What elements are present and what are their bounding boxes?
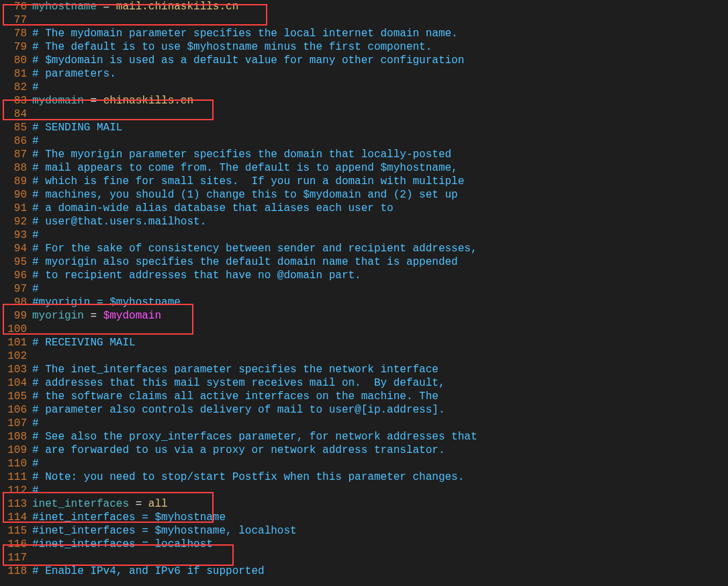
- line-number: 77: [0, 13, 32, 27]
- code-content[interactable]: # For the sake of consistency between se…: [32, 242, 728, 255]
- code-line[interactable]: 101# RECEIVING MAIL: [0, 336, 728, 349]
- line-number: 100: [0, 323, 32, 336]
- code-line[interactable]: 81# parameters.: [0, 67, 728, 81]
- line-number: 85: [0, 121, 32, 134]
- code-content[interactable]: #inet_interfaces = $myhostname, localhos…: [32, 524, 728, 538]
- code-line[interactable]: 86#: [0, 134, 728, 148]
- code-content[interactable]: #inet_interfaces = $myhostname: [32, 511, 728, 524]
- code-line[interactable]: 78# The mydomain parameter specifies the…: [0, 27, 728, 40]
- code-content[interactable]: # the software claims all active interfa…: [32, 390, 728, 403]
- code-line[interactable]: 104# addresses that this mail system rec…: [0, 376, 728, 390]
- code-line[interactable]: 107#: [0, 417, 728, 430]
- code-content[interactable]: # parameter also controls delivery of ma…: [32, 403, 728, 417]
- code-line[interactable]: 94# For the sake of consistency between …: [0, 242, 728, 255]
- code-line[interactable]: 116#inet_interfaces = localhost: [0, 538, 728, 551]
- line-number: 103: [0, 363, 32, 376]
- code-line[interactable]: 111# Note: you need to stop/start Postfi…: [0, 470, 728, 484]
- code-line[interactable]: 99myorigin = $mydomain: [0, 309, 728, 323]
- code-content[interactable]: #myorigin = $myhostname: [32, 296, 728, 309]
- code-content[interactable]: # The default is to use $myhostname minu…: [32, 40, 728, 54]
- code-line[interactable]: 88# mail appears to come from. The defau…: [0, 161, 728, 175]
- comment-text: # For the sake of consistency between se…: [32, 243, 477, 255]
- code-content[interactable]: #: [32, 228, 728, 242]
- config-key: mydomain: [32, 95, 84, 107]
- code-line[interactable]: 105# the software claims all active inte…: [0, 390, 728, 403]
- code-content[interactable]: # addresses that this mail system receiv…: [32, 376, 728, 390]
- code-line[interactable]: 110#: [0, 457, 728, 470]
- code-content[interactable]: #inet_interfaces = localhost: [32, 538, 728, 551]
- code-content[interactable]: [32, 349, 728, 363]
- code-line[interactable]: 92# user@that.users.mailhost.: [0, 215, 728, 228]
- code-content[interactable]: # RECEIVING MAIL: [32, 336, 728, 349]
- code-line[interactable]: 80# $mydomain is used as a default value…: [0, 54, 728, 67]
- code-line[interactable]: 77: [0, 13, 728, 27]
- code-content[interactable]: # SENDING MAIL: [32, 121, 728, 134]
- code-line[interactable]: 85# SENDING MAIL: [0, 121, 728, 134]
- code-line[interactable]: 89# which is fine for small sites. If yo…: [0, 175, 728, 188]
- comment-text: # Note: you need to stop/start Postfix w…: [32, 471, 464, 483]
- code-content[interactable]: # mail appears to come from. The default…: [32, 161, 728, 175]
- code-content[interactable]: myhostname = mail.chinaskills.cn: [32, 0, 728, 13]
- code-line[interactable]: 98#myorigin = $myhostname: [0, 296, 728, 309]
- line-number: 111: [0, 470, 32, 484]
- code-line[interactable]: 113inet_interfaces = all: [0, 497, 728, 511]
- code-content[interactable]: # The myorigin parameter specifies the d…: [32, 148, 728, 161]
- code-content[interactable]: inet_interfaces = all: [32, 497, 728, 511]
- code-content[interactable]: [32, 323, 728, 336]
- code-line[interactable]: 115#inet_interfaces = $myhostname, local…: [0, 524, 728, 538]
- code-line[interactable]: 96# to recipient addresses that have no …: [0, 269, 728, 282]
- line-number: 88: [0, 161, 32, 175]
- code-content[interactable]: [32, 108, 728, 121]
- code-content[interactable]: # which is fine for small sites. If you …: [32, 175, 728, 188]
- code-content[interactable]: # machines, you should (1) change this t…: [32, 188, 728, 202]
- code-line[interactable]: 103# The inet_interfaces parameter speci…: [0, 363, 728, 376]
- code-line[interactable]: 117: [0, 551, 728, 564]
- code-line[interactable]: 114#inet_interfaces = $myhostname: [0, 511, 728, 524]
- code-line[interactable]: 97#: [0, 282, 728, 296]
- code-content[interactable]: #: [32, 81, 728, 94]
- code-content[interactable]: #: [32, 417, 728, 430]
- code-content[interactable]: # $mydomain is used as a default value f…: [32, 54, 728, 67]
- code-content[interactable]: myorigin = $mydomain: [32, 309, 728, 323]
- code-content[interactable]: # See also the proxy_interfaces paramete…: [32, 430, 728, 444]
- code-line[interactable]: 90# machines, you should (1) change this…: [0, 188, 728, 202]
- code-content[interactable]: # a domain-wide alias database that alia…: [32, 202, 728, 215]
- code-line[interactable]: 102: [0, 349, 728, 363]
- code-line[interactable]: 76myhostname = mail.chinaskills.cn: [0, 0, 728, 13]
- code-line[interactable]: 118# Enable IPv4, and IPv6 if supported: [0, 564, 728, 578]
- code-line[interactable]: 112#: [0, 484, 728, 497]
- code-content[interactable]: # myorigin also specifies the default do…: [32, 255, 728, 269]
- code-content[interactable]: # The inet_interfaces parameter specifie…: [32, 363, 728, 376]
- code-line[interactable]: 84: [0, 108, 728, 121]
- code-line[interactable]: 79# The default is to use $myhostname mi…: [0, 40, 728, 54]
- code-line[interactable]: 82#: [0, 81, 728, 94]
- code-content[interactable]: #: [32, 457, 728, 470]
- line-number: 89: [0, 175, 32, 188]
- code-content[interactable]: # The mydomain parameter specifies the l…: [32, 27, 728, 40]
- code-line[interactable]: 106# parameter also controls delivery of…: [0, 403, 728, 417]
- line-number: 118: [0, 564, 32, 578]
- code-content[interactable]: #: [32, 484, 728, 497]
- code-content[interactable]: # user@that.users.mailhost.: [32, 215, 728, 228]
- code-content[interactable]: [32, 551, 728, 564]
- code-line[interactable]: 108# See also the proxy_interfaces param…: [0, 430, 728, 444]
- code-editor[interactable]: 76myhostname = mail.chinaskills.cn7778# …: [0, 0, 728, 586]
- code-content[interactable]: #: [32, 282, 728, 296]
- code-line[interactable]: 91# a domain-wide alias database that al…: [0, 202, 728, 215]
- code-content[interactable]: # Note: you need to stop/start Postfix w…: [32, 470, 728, 484]
- code-line[interactable]: 109# are forwarded to us via a proxy or …: [0, 444, 728, 457]
- code-content[interactable]: # parameters.: [32, 67, 728, 81]
- code-content[interactable]: # are forwarded to us via a proxy or net…: [32, 444, 728, 457]
- line-number: 76: [0, 0, 32, 13]
- code-content[interactable]: # Enable IPv4, and IPv6 if supported: [32, 564, 728, 578]
- code-content[interactable]: # to recipient addresses that have no @d…: [32, 269, 728, 282]
- code-content[interactable]: mydomain = chinaskills.cn: [32, 94, 728, 108]
- code-line[interactable]: 87# The myorigin parameter specifies the…: [0, 148, 728, 161]
- code-line[interactable]: 93#: [0, 228, 728, 242]
- comment-text: # RECEIVING MAIL: [32, 337, 136, 349]
- code-content[interactable]: #: [32, 134, 728, 148]
- code-line[interactable]: 95# myorigin also specifies the default …: [0, 255, 728, 269]
- code-content[interactable]: [32, 13, 728, 27]
- code-line[interactable]: 100: [0, 323, 728, 336]
- code-line[interactable]: 83mydomain = chinaskills.cn: [0, 94, 728, 108]
